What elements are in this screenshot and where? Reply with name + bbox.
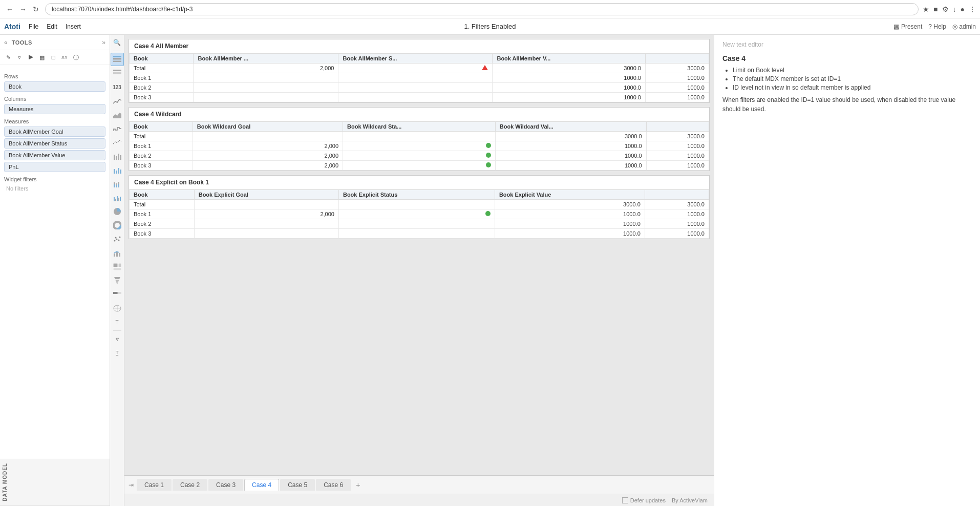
cell: Book 1: [130, 141, 193, 151]
add-tab-button[interactable]: +: [352, 479, 364, 491]
cell: [343, 151, 496, 161]
measure-item-0[interactable]: Book AllMember Goal: [4, 126, 105, 137]
measure-item-1[interactable]: Book AllMember Status: [4, 138, 105, 149]
back-button[interactable]: ←: [4, 4, 15, 14]
measure-item-2[interactable]: Book AllMember Value: [4, 150, 105, 160]
step-chart-icon[interactable]: [111, 122, 124, 135]
tab-case5[interactable]: Case 5: [280, 479, 315, 491]
flat-table-icon[interactable]: [111, 53, 124, 66]
extensions-icon[interactable]: ■: [933, 5, 938, 13]
table-row: Book 1 2,000 1000.0 1000.0: [130, 209, 709, 219]
scatter-icon[interactable]: [111, 233, 124, 246]
svg-rect-24: [118, 182, 119, 184]
cell: 3000.0: [493, 64, 646, 73]
cell: 1000.0: [645, 93, 709, 102]
present-button[interactable]: ▩ Present: [893, 23, 922, 30]
columns-field[interactable]: Measures: [4, 104, 105, 114]
xy-tool[interactable]: XY: [59, 52, 70, 62]
svg-rect-7: [117, 72, 121, 73]
forward-button[interactable]: →: [17, 4, 29, 14]
tab-case1[interactable]: Case 1: [137, 479, 172, 491]
bullet-item-0: Limit on Book level: [733, 67, 972, 74]
tab-case6[interactable]: Case 6: [316, 479, 351, 491]
pencil-tool[interactable]: ✎: [3, 52, 13, 62]
col-header-0-2: Book AllMember S...: [338, 54, 493, 64]
defer-updates: Defer updates: [622, 497, 666, 503]
expand-icon[interactable]: ⇥: [129, 481, 134, 489]
download-icon[interactable]: ↓: [953, 5, 956, 13]
table-row: Book 3 2,000 1000.0 1000.0: [130, 161, 709, 171]
svg-rect-18: [120, 170, 121, 174]
bar-chart-icon[interactable]: [111, 150, 124, 163]
svg-rect-23: [118, 184, 119, 187]
bottom-tabs: ⇥ Case 1 Case 2 Case 3 Case 4 Case 5 Cas…: [124, 475, 714, 494]
svg-rect-13: [118, 154, 119, 160]
cell: 1000.0: [646, 151, 709, 161]
refresh-button[interactable]: ↻: [31, 4, 41, 14]
filter-tool[interactable]: ▿: [14, 52, 25, 62]
rows-field[interactable]: Book: [4, 81, 105, 92]
cell: [338, 229, 495, 239]
cell: Book 2: [130, 83, 194, 93]
settings-icon[interactable]: ⚙: [942, 5, 949, 13]
user-button[interactable]: ◎ admin: [952, 23, 976, 30]
cell: Book 2: [130, 151, 193, 161]
menu-edit[interactable]: Edit: [47, 23, 57, 30]
treemap-icon[interactable]: [111, 260, 124, 273]
donut-chart-icon[interactable]: [111, 219, 124, 232]
map-chart-icon[interactable]: [111, 302, 124, 315]
grouped-bar-icon[interactable]: [111, 191, 124, 204]
collapse-right-button[interactable]: »: [102, 39, 105, 46]
menu-insert[interactable]: Insert: [66, 23, 81, 30]
square-tool[interactable]: □: [48, 52, 58, 62]
pivot-table-icon[interactable]: [111, 67, 124, 80]
measure-item-3[interactable]: PnL: [4, 162, 105, 172]
cell: 3000.0: [495, 132, 646, 141]
menu-file[interactable]: File: [29, 23, 38, 30]
by-activeviam-label: By ActiveViam: [672, 497, 708, 503]
data-model-tab[interactable]: DATA MODEL: [0, 459, 110, 506]
stacked-bar-icon[interactable]: [111, 177, 124, 191]
search-chart-icon[interactable]: 🔍: [111, 36, 124, 49]
col-header-0-3: Book AllMember V...: [493, 54, 646, 64]
green-circle-icon: [486, 153, 491, 158]
green-circle-icon: [486, 143, 491, 148]
text-format-icon[interactable]: T̲: [111, 346, 124, 360]
funnel-chart-icon[interactable]: [111, 274, 124, 287]
avatar-icon[interactable]: ●: [961, 5, 965, 13]
combo-chart-icon[interactable]: [111, 246, 124, 260]
table-row: Total 3000.0 3000.0: [130, 200, 709, 209]
number-display-icon[interactable]: 123: [111, 80, 124, 94]
bookmark-icon[interactable]: ★: [923, 5, 929, 13]
info-tool[interactable]: ⓘ: [71, 52, 81, 62]
cell: [194, 93, 338, 102]
table-tool[interactable]: ▦: [37, 52, 47, 62]
cell: [343, 161, 496, 171]
filter-icon-bottom[interactable]: ▿: [111, 332, 124, 346]
tab-case2[interactable]: Case 2: [173, 479, 207, 491]
cell: Book 1: [130, 209, 195, 219]
collapse-left-button[interactable]: «: [4, 39, 8, 46]
menu-icon[interactable]: ⋮: [969, 5, 976, 13]
bar-chart-2-icon[interactable]: [111, 163, 124, 177]
col-header-1-1: Book Wildcard Goal: [193, 122, 343, 132]
tab-case4[interactable]: Case 4: [244, 479, 279, 491]
bullet-chart-icon[interactable]: [111, 288, 124, 301]
red-triangle-icon: [482, 65, 488, 70]
table-row: Book 1 2,000 1000.0 1000.0: [130, 141, 709, 151]
svg-rect-28: [118, 198, 119, 201]
funnel-tool[interactable]: ⯈: [26, 52, 36, 62]
svg-rect-19: [114, 184, 115, 187]
line-chart-icon[interactable]: [111, 94, 124, 108]
pie-chart-icon[interactable]: [111, 205, 124, 218]
defer-updates-checkbox[interactable]: [622, 497, 628, 503]
text-widget-icon[interactable]: T: [111, 315, 124, 329]
help-button[interactable]: ? Help: [928, 23, 946, 30]
waterfall-icon[interactable]: [111, 136, 124, 149]
table-row: Book 1 1000.0 1000.0: [130, 73, 709, 83]
area-chart-icon[interactable]: [111, 108, 124, 121]
url-bar[interactable]: [45, 3, 919, 15]
tab-case3[interactable]: Case 3: [208, 479, 243, 491]
cell: 1000.0: [495, 161, 646, 171]
table-row: Book 2 1000.0 1000.0: [130, 83, 709, 93]
